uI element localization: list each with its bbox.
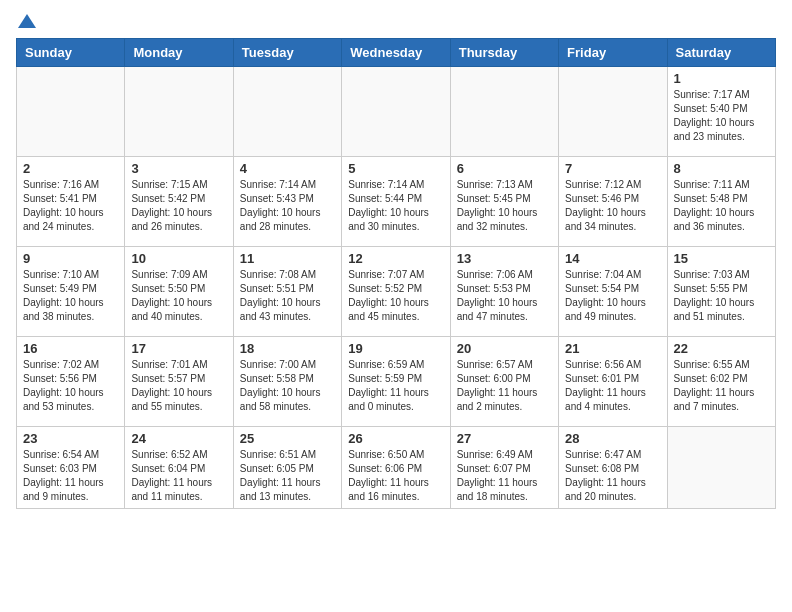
calendar-cell bbox=[450, 67, 558, 157]
weekday-header-wednesday: Wednesday bbox=[342, 39, 450, 67]
calendar-cell: 18Sunrise: 7:00 AM Sunset: 5:58 PM Dayli… bbox=[233, 337, 341, 427]
day-info: Sunrise: 6:47 AM Sunset: 6:08 PM Dayligh… bbox=[565, 448, 660, 504]
day-number: 1 bbox=[674, 71, 769, 86]
day-info: Sunrise: 6:57 AM Sunset: 6:00 PM Dayligh… bbox=[457, 358, 552, 414]
day-number: 4 bbox=[240, 161, 335, 176]
calendar-cell: 16Sunrise: 7:02 AM Sunset: 5:56 PM Dayli… bbox=[17, 337, 125, 427]
day-info: Sunrise: 6:50 AM Sunset: 6:06 PM Dayligh… bbox=[348, 448, 443, 504]
day-info: Sunrise: 7:04 AM Sunset: 5:54 PM Dayligh… bbox=[565, 268, 660, 324]
calendar-cell: 17Sunrise: 7:01 AM Sunset: 5:57 PM Dayli… bbox=[125, 337, 233, 427]
calendar-cell bbox=[342, 67, 450, 157]
day-info: Sunrise: 6:55 AM Sunset: 6:02 PM Dayligh… bbox=[674, 358, 769, 414]
weekday-header-friday: Friday bbox=[559, 39, 667, 67]
calendar-cell: 1Sunrise: 7:17 AM Sunset: 5:40 PM Daylig… bbox=[667, 67, 775, 157]
day-info: Sunrise: 7:01 AM Sunset: 5:57 PM Dayligh… bbox=[131, 358, 226, 414]
day-info: Sunrise: 7:16 AM Sunset: 5:41 PM Dayligh… bbox=[23, 178, 118, 234]
day-info: Sunrise: 7:00 AM Sunset: 5:58 PM Dayligh… bbox=[240, 358, 335, 414]
calendar-cell: 23Sunrise: 6:54 AM Sunset: 6:03 PM Dayli… bbox=[17, 427, 125, 509]
day-number: 17 bbox=[131, 341, 226, 356]
calendar-cell: 6Sunrise: 7:13 AM Sunset: 5:45 PM Daylig… bbox=[450, 157, 558, 247]
week-row-4: 23Sunrise: 6:54 AM Sunset: 6:03 PM Dayli… bbox=[17, 427, 776, 509]
day-info: Sunrise: 6:54 AM Sunset: 6:03 PM Dayligh… bbox=[23, 448, 118, 504]
day-info: Sunrise: 7:06 AM Sunset: 5:53 PM Dayligh… bbox=[457, 268, 552, 324]
weekday-header-monday: Monday bbox=[125, 39, 233, 67]
calendar-cell: 24Sunrise: 6:52 AM Sunset: 6:04 PM Dayli… bbox=[125, 427, 233, 509]
day-info: Sunrise: 6:51 AM Sunset: 6:05 PM Dayligh… bbox=[240, 448, 335, 504]
day-info: Sunrise: 7:11 AM Sunset: 5:48 PM Dayligh… bbox=[674, 178, 769, 234]
day-number: 22 bbox=[674, 341, 769, 356]
day-number: 2 bbox=[23, 161, 118, 176]
day-info: Sunrise: 7:07 AM Sunset: 5:52 PM Dayligh… bbox=[348, 268, 443, 324]
calendar-table: SundayMondayTuesdayWednesdayThursdayFrid… bbox=[16, 38, 776, 509]
calendar-cell bbox=[667, 427, 775, 509]
calendar-cell: 22Sunrise: 6:55 AM Sunset: 6:02 PM Dayli… bbox=[667, 337, 775, 427]
weekday-header-saturday: Saturday bbox=[667, 39, 775, 67]
day-number: 20 bbox=[457, 341, 552, 356]
day-number: 25 bbox=[240, 431, 335, 446]
calendar-cell: 20Sunrise: 6:57 AM Sunset: 6:00 PM Dayli… bbox=[450, 337, 558, 427]
calendar-cell bbox=[17, 67, 125, 157]
day-number: 18 bbox=[240, 341, 335, 356]
calendar-cell: 15Sunrise: 7:03 AM Sunset: 5:55 PM Dayli… bbox=[667, 247, 775, 337]
day-number: 15 bbox=[674, 251, 769, 266]
calendar-cell bbox=[125, 67, 233, 157]
calendar-cell: 21Sunrise: 6:56 AM Sunset: 6:01 PM Dayli… bbox=[559, 337, 667, 427]
day-info: Sunrise: 7:14 AM Sunset: 5:43 PM Dayligh… bbox=[240, 178, 335, 234]
logo-icon bbox=[18, 14, 36, 28]
day-info: Sunrise: 6:52 AM Sunset: 6:04 PM Dayligh… bbox=[131, 448, 226, 504]
day-number: 28 bbox=[565, 431, 660, 446]
calendar-cell bbox=[559, 67, 667, 157]
calendar-cell: 8Sunrise: 7:11 AM Sunset: 5:48 PM Daylig… bbox=[667, 157, 775, 247]
calendar-cell: 3Sunrise: 7:15 AM Sunset: 5:42 PM Daylig… bbox=[125, 157, 233, 247]
calendar-cell: 7Sunrise: 7:12 AM Sunset: 5:46 PM Daylig… bbox=[559, 157, 667, 247]
calendar-cell: 28Sunrise: 6:47 AM Sunset: 6:08 PM Dayli… bbox=[559, 427, 667, 509]
calendar-cell: 27Sunrise: 6:49 AM Sunset: 6:07 PM Dayli… bbox=[450, 427, 558, 509]
day-number: 21 bbox=[565, 341, 660, 356]
week-row-2: 9Sunrise: 7:10 AM Sunset: 5:49 PM Daylig… bbox=[17, 247, 776, 337]
week-row-3: 16Sunrise: 7:02 AM Sunset: 5:56 PM Dayli… bbox=[17, 337, 776, 427]
day-number: 23 bbox=[23, 431, 118, 446]
day-info: Sunrise: 6:56 AM Sunset: 6:01 PM Dayligh… bbox=[565, 358, 660, 414]
calendar-cell bbox=[233, 67, 341, 157]
day-number: 26 bbox=[348, 431, 443, 446]
day-number: 6 bbox=[457, 161, 552, 176]
day-number: 11 bbox=[240, 251, 335, 266]
week-row-0: 1Sunrise: 7:17 AM Sunset: 5:40 PM Daylig… bbox=[17, 67, 776, 157]
page-header bbox=[16, 16, 776, 26]
day-info: Sunrise: 7:10 AM Sunset: 5:49 PM Dayligh… bbox=[23, 268, 118, 324]
day-number: 13 bbox=[457, 251, 552, 266]
day-info: Sunrise: 7:17 AM Sunset: 5:40 PM Dayligh… bbox=[674, 88, 769, 144]
day-info: Sunrise: 7:02 AM Sunset: 5:56 PM Dayligh… bbox=[23, 358, 118, 414]
day-info: Sunrise: 7:14 AM Sunset: 5:44 PM Dayligh… bbox=[348, 178, 443, 234]
calendar-cell: 26Sunrise: 6:50 AM Sunset: 6:06 PM Dayli… bbox=[342, 427, 450, 509]
day-info: Sunrise: 7:03 AM Sunset: 5:55 PM Dayligh… bbox=[674, 268, 769, 324]
weekday-header-thursday: Thursday bbox=[450, 39, 558, 67]
week-row-1: 2Sunrise: 7:16 AM Sunset: 5:41 PM Daylig… bbox=[17, 157, 776, 247]
day-info: Sunrise: 7:12 AM Sunset: 5:46 PM Dayligh… bbox=[565, 178, 660, 234]
day-number: 8 bbox=[674, 161, 769, 176]
day-info: Sunrise: 7:08 AM Sunset: 5:51 PM Dayligh… bbox=[240, 268, 335, 324]
day-number: 10 bbox=[131, 251, 226, 266]
day-number: 27 bbox=[457, 431, 552, 446]
calendar-cell: 11Sunrise: 7:08 AM Sunset: 5:51 PM Dayli… bbox=[233, 247, 341, 337]
calendar-cell: 9Sunrise: 7:10 AM Sunset: 5:49 PM Daylig… bbox=[17, 247, 125, 337]
logo bbox=[16, 16, 36, 26]
calendar-cell: 2Sunrise: 7:16 AM Sunset: 5:41 PM Daylig… bbox=[17, 157, 125, 247]
day-info: Sunrise: 7:09 AM Sunset: 5:50 PM Dayligh… bbox=[131, 268, 226, 324]
day-number: 7 bbox=[565, 161, 660, 176]
day-number: 24 bbox=[131, 431, 226, 446]
calendar-cell: 10Sunrise: 7:09 AM Sunset: 5:50 PM Dayli… bbox=[125, 247, 233, 337]
weekday-header-tuesday: Tuesday bbox=[233, 39, 341, 67]
day-number: 9 bbox=[23, 251, 118, 266]
calendar-cell: 5Sunrise: 7:14 AM Sunset: 5:44 PM Daylig… bbox=[342, 157, 450, 247]
weekday-header-row: SundayMondayTuesdayWednesdayThursdayFrid… bbox=[17, 39, 776, 67]
day-number: 19 bbox=[348, 341, 443, 356]
day-number: 12 bbox=[348, 251, 443, 266]
calendar-cell: 25Sunrise: 6:51 AM Sunset: 6:05 PM Dayli… bbox=[233, 427, 341, 509]
calendar-cell: 19Sunrise: 6:59 AM Sunset: 5:59 PM Dayli… bbox=[342, 337, 450, 427]
day-info: Sunrise: 6:49 AM Sunset: 6:07 PM Dayligh… bbox=[457, 448, 552, 504]
calendar-cell: 14Sunrise: 7:04 AM Sunset: 5:54 PM Dayli… bbox=[559, 247, 667, 337]
calendar-cell: 12Sunrise: 7:07 AM Sunset: 5:52 PM Dayli… bbox=[342, 247, 450, 337]
day-info: Sunrise: 6:59 AM Sunset: 5:59 PM Dayligh… bbox=[348, 358, 443, 414]
day-number: 14 bbox=[565, 251, 660, 266]
